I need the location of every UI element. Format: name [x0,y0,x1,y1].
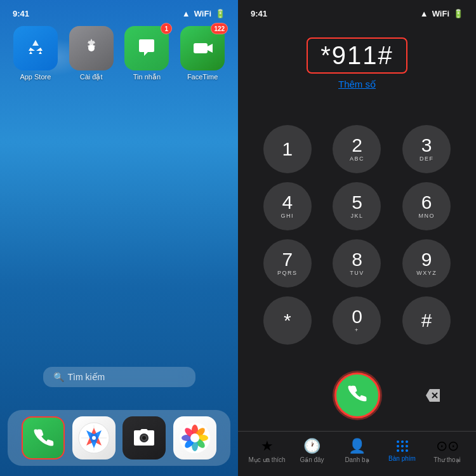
svg-point-27 [406,440,408,443]
delete-button[interactable] [418,381,446,409]
key-*[interactable]: * [263,296,312,345]
key-number-5: 6 [421,193,432,212]
dock-phone[interactable] [22,416,65,459]
facetime-icon: 122 [180,26,225,70]
search-icon: 🔍 [53,372,64,382]
tab-favorites[interactable]: ★ Mục ưa thích [248,438,286,463]
status-icons-right: ▲ WiFi 🔋 [420,9,463,18]
app-facetime[interactable]: 122 FaceTime [178,26,227,81]
favorites-icon: ★ [261,438,274,454]
key-number-10: 0 [352,307,362,326]
phone-dialer: 9:41 ▲ WiFi 🔋 *911# Thêm số 12ABC3DEF4GH… [238,0,476,476]
key-2[interactable]: 2ABC [333,125,381,173]
dialer-display: *911# Thêm số [238,37,476,90]
key-1[interactable]: 1 [263,125,312,173]
key-number-0: 1 [282,140,293,159]
key-number-6: 7 [282,250,293,269]
search-bar[interactable]: 🔍 Tìm kiếm [43,367,195,387]
favorites-label: Mục ưa thích [248,456,285,463]
phone-dock-icon [22,416,65,459]
add-number-link[interactable]: Thêm số [338,79,376,90]
safari-dock-icon [72,416,116,459]
svg-point-22 [190,433,199,442]
key-number-11: # [421,311,432,330]
app-appstore[interactable]: App Store [11,26,60,81]
key-number-8: 9 [421,250,432,269]
time-left: 9:41 [13,9,29,18]
dialed-number: *911# [307,37,407,74]
key-7[interactable]: 7PQRS [263,239,312,288]
recents-icon: 🕐 [303,438,321,454]
contacts-label: Danh bạ [345,456,369,463]
key-number-7: 8 [352,250,362,269]
tab-recents[interactable]: 🕐 Gần đây [293,438,331,463]
key-6[interactable]: 6MNO [402,182,451,230]
svg-point-25 [397,440,399,443]
call-button[interactable] [334,373,380,418]
dock-safari[interactable] [72,416,116,459]
dock-camera[interactable] [122,416,166,459]
dialer-actions [238,366,476,431]
dock-photos[interactable] [173,416,216,459]
key-3[interactable]: 3DEF [402,125,451,173]
status-bar-left: 9:41 ▲ WiFi 🔋 [0,0,238,18]
app-grid: App Store Cài đặt 1 Tin nhắn [0,21,238,81]
svg-rect-2 [194,43,208,53]
key-letters-3: GHI [281,213,294,219]
svg-point-32 [401,449,404,452]
key-number-9: * [284,311,291,330]
svg-point-29 [401,445,404,447]
svg-point-26 [401,440,404,443]
messages-badge: 1 [161,23,172,34]
keypad: 12ABC3DEF4GHI5JKL6MNO7PQRS8TUV9WXYZ*0+# [238,90,476,366]
key-4[interactable]: 4GHI [263,182,312,230]
key-letters-5: MNO [418,213,435,219]
key-letters-10: + [355,327,359,333]
key-number-4: 5 [352,193,362,212]
facetime-label: FaceTime [187,73,218,81]
svg-point-0 [22,35,49,62]
recents-label: Gần đây [300,456,324,463]
tab-bar: ★ Mục ưa thích 🕐 Gần đây 👤 Danh bạ Bàn p… [238,431,476,476]
tab-contacts[interactable]: 👤 Danh bạ [338,438,376,463]
keypad-label: Bàn phím [388,455,416,462]
dock [8,410,230,466]
app-settings[interactable]: Cài đặt [67,26,116,81]
facetime-badge: 122 [211,23,228,34]
keypad-icon [395,439,409,453]
tab-voicemail[interactable]: ⊙⊙ Thư thoại [428,438,466,463]
key-letters-6: PQRS [277,270,298,276]
home-screen: 9:41 ▲ WiFi 🔋 App Store [0,0,238,476]
voicemail-label: Thư thoại [433,456,461,463]
svg-point-33 [406,449,408,452]
svg-point-30 [406,445,408,447]
time-right: 9:41 [251,9,267,18]
empty-placeholder [268,381,296,409]
key-number-3: 4 [282,193,293,212]
tab-keypad[interactable]: Bàn phím [383,439,421,462]
svg-point-12 [142,436,146,440]
key-letters-2: DEF [420,155,434,162]
app-messages[interactable]: 1 Tin nhắn [123,26,171,81]
photos-dock-icon [173,416,216,459]
status-icons-left: ▲ WiFi 🔋 [182,9,225,18]
key-9[interactable]: 9WXYZ [402,239,451,288]
appstore-icon [13,26,58,70]
key-5[interactable]: 5JKL [333,182,381,230]
key-0[interactable]: 0+ [333,296,381,345]
status-bar-right: 9:41 ▲ WiFi 🔋 [238,0,476,18]
messages-icon: 1 [124,26,169,70]
key-8[interactable]: 8TUV [333,239,381,288]
key-letters-4: JKL [350,213,363,219]
messages-label: Tin nhắn [133,73,161,81]
key-letters-1: ABC [350,155,364,162]
key-letters-8: WXYZ [416,270,437,276]
svg-point-28 [397,445,399,447]
voicemail-icon: ⊙⊙ [436,438,459,454]
svg-point-9 [92,436,96,440]
contacts-icon: 👤 [348,438,366,454]
key-number-2: 3 [421,136,432,155]
key-number-1: 2 [352,136,362,155]
key-#[interactable]: # [402,296,451,345]
appstore-label: App Store [20,73,51,81]
